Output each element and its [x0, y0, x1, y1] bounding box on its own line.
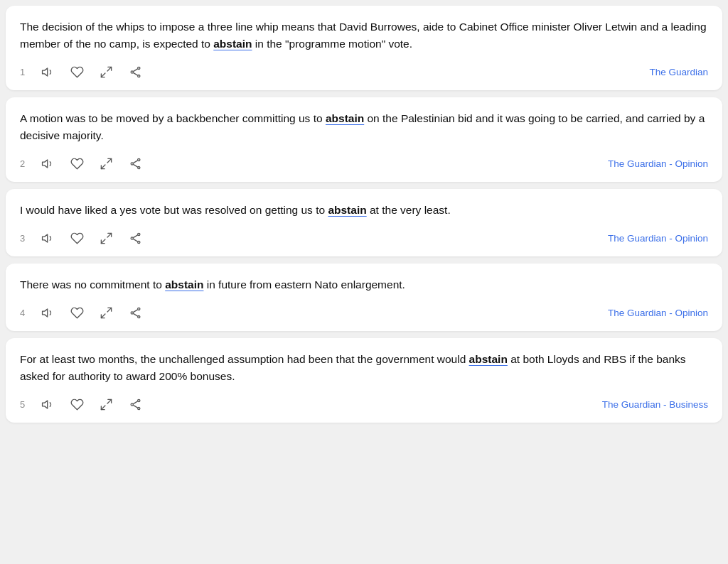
svg-marker-8: [43, 160, 48, 168]
svg-marker-0: [43, 68, 48, 76]
svg-line-25: [107, 308, 112, 312]
svg-line-39: [134, 401, 137, 403]
svg-point-29: [138, 316, 140, 318]
keyword-highlight: abstain: [326, 112, 364, 124]
svg-line-1: [107, 67, 112, 71]
svg-line-10: [101, 165, 105, 169]
result-card-1: The decision of the whips to impose a th…: [6, 6, 722, 90]
volume-button[interactable]: [38, 230, 58, 246]
svg-line-26: [101, 314, 105, 318]
heart-button[interactable]: [68, 156, 87, 172]
resize-button[interactable]: [97, 305, 116, 321]
resize-button[interactable]: [97, 396, 116, 413]
keyword-highlight: abstain: [213, 38, 252, 50]
share-button[interactable]: [126, 230, 145, 246]
svg-point-13: [138, 167, 140, 169]
svg-point-4: [131, 71, 133, 73]
svg-point-27: [138, 308, 140, 310]
svg-line-38: [134, 406, 137, 408]
card-text-1: The decision of the whips to impose a th…: [20, 18, 708, 53]
heart-button[interactable]: [68, 305, 87, 321]
keyword-highlight: abstain: [328, 204, 366, 216]
svg-line-14: [134, 165, 137, 167]
resize-button[interactable]: [97, 230, 116, 246]
card-text-4: There was no commitment to abstain in fu…: [20, 276, 708, 293]
svg-line-31: [134, 310, 137, 312]
source-link-3[interactable]: The Guardian - Opinion: [608, 233, 708, 244]
svg-marker-32: [43, 401, 48, 408]
heart-button[interactable]: [68, 64, 87, 80]
svg-point-35: [138, 400, 140, 402]
resize-button[interactable]: [97, 64, 116, 80]
share-button[interactable]: [126, 396, 145, 413]
card-text-3: I would have liked a yes vote but was re…: [20, 202, 708, 219]
result-card-4: There was no commitment to abstain in fu…: [6, 264, 722, 331]
svg-line-33: [107, 400, 112, 404]
item-number-2: 2: [20, 158, 28, 169]
volume-button[interactable]: [38, 305, 58, 321]
svg-line-9: [107, 158, 112, 163]
svg-point-3: [138, 67, 140, 69]
share-button[interactable]: [126, 64, 145, 80]
svg-point-5: [138, 75, 140, 77]
share-button[interactable]: [126, 305, 145, 321]
svg-line-15: [134, 161, 137, 163]
svg-line-18: [101, 239, 105, 244]
svg-line-2: [101, 73, 105, 77]
svg-line-30: [134, 314, 137, 316]
source-link-4[interactable]: The Guardian - Opinion: [608, 308, 708, 318]
svg-line-7: [134, 69, 137, 71]
card-text-2: A motion was to be moved by a backbenche…: [20, 110, 708, 144]
keyword-highlight: abstain: [469, 353, 508, 365]
heart-button[interactable]: [68, 230, 87, 246]
result-card-5: For at least two months, the unchallenge…: [6, 338, 722, 423]
svg-point-20: [131, 237, 133, 239]
svg-point-21: [138, 242, 140, 244]
svg-line-22: [134, 239, 137, 242]
source-link-1[interactable]: The Guardian: [649, 67, 708, 77]
svg-marker-24: [43, 309, 48, 317]
resize-button[interactable]: [97, 156, 116, 172]
svg-point-37: [138, 408, 140, 410]
share-button[interactable]: [126, 156, 145, 172]
svg-point-19: [138, 233, 140, 235]
item-number-5: 5: [20, 399, 28, 410]
volume-button[interactable]: [38, 396, 58, 413]
svg-point-11: [138, 158, 140, 161]
result-card-2: A motion was to be moved by a backbenche…: [6, 97, 722, 182]
card-text-5: For at least two months, the unchallenge…: [20, 351, 708, 385]
source-link-5[interactable]: The Guardian - Business: [602, 399, 708, 410]
svg-line-6: [134, 73, 137, 75]
svg-point-36: [131, 403, 133, 406]
item-number-4: 4: [20, 308, 28, 318]
heart-button[interactable]: [68, 396, 87, 413]
item-number-1: 1: [20, 67, 28, 77]
volume-button[interactable]: [38, 64, 58, 80]
item-number-3: 3: [20, 233, 28, 244]
svg-line-23: [134, 235, 137, 237]
svg-line-17: [107, 233, 112, 237]
svg-marker-16: [43, 234, 48, 242]
source-link-2[interactable]: The Guardian - Opinion: [608, 158, 708, 169]
svg-point-12: [131, 163, 133, 165]
svg-point-28: [131, 312, 133, 314]
svg-line-34: [101, 406, 105, 410]
volume-button[interactable]: [38, 156, 58, 172]
keyword-highlight: abstain: [165, 278, 203, 291]
result-card-3: I would have liked a yes vote but was re…: [6, 189, 722, 256]
